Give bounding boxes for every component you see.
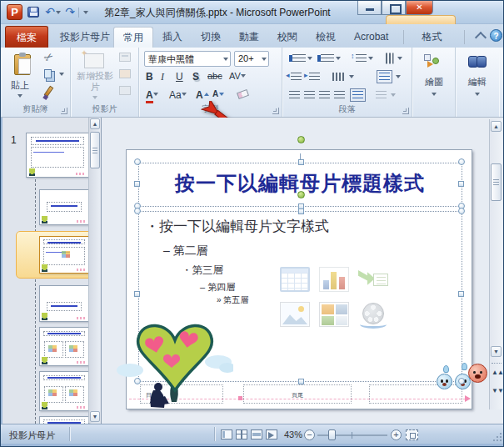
thumbnail-scrollbar-thumb[interactable] bbox=[90, 132, 100, 168]
resize-handle[interactable] bbox=[298, 159, 304, 165]
insert-clipart-icon[interactable] bbox=[319, 302, 349, 327]
thumbnail-scrollbar[interactable]: ▲ ▼ bbox=[88, 118, 100, 423]
insert-chart-icon[interactable] bbox=[319, 267, 349, 292]
zoom-out-icon[interactable]: − bbox=[304, 429, 315, 440]
footer-placeholder[interactable]: 頁尾 bbox=[243, 384, 352, 404]
align-left-icon[interactable] bbox=[289, 91, 300, 99]
insert-smartart-icon[interactable] bbox=[358, 267, 388, 292]
scroll-up-icon[interactable]: ▲ bbox=[90, 118, 100, 129]
normal-view-icon[interactable] bbox=[221, 429, 232, 439]
resize-handle[interactable] bbox=[458, 291, 464, 297]
editor-scrollbar[interactable]: ▲ ▼ ▲▲ ▼▼ bbox=[489, 119, 502, 409]
font-name-combo[interactable]: 華康中黑體 bbox=[144, 51, 231, 67]
numbering-icon[interactable] bbox=[321, 54, 334, 63]
tab-format[interactable]: 格式 bbox=[408, 27, 456, 48]
slide-canvas[interactable]: 按一下以編輯母片標題樣式 ・按一下以編輯母片文字樣式 – 第二層 ・第三層 – … bbox=[126, 149, 472, 409]
columns-icon[interactable] bbox=[332, 73, 345, 81]
align-right-icon[interactable] bbox=[319, 91, 330, 99]
resize-handle[interactable] bbox=[458, 158, 465, 165]
qat-options-icon[interactable] bbox=[83, 11, 88, 17]
outline-level-4[interactable]: – 第四層 bbox=[200, 281, 235, 294]
close-button[interactable]: ✕ bbox=[406, 1, 433, 15]
strikethrough-button[interactable]: abc bbox=[207, 71, 222, 81]
text-shadow-button[interactable]: S bbox=[192, 71, 199, 83]
resize-handle[interactable] bbox=[134, 158, 141, 165]
slideshow-view-icon[interactable] bbox=[266, 429, 277, 439]
line-spacing-icon[interactable] bbox=[356, 54, 367, 63]
zoom-slider-thumb[interactable] bbox=[328, 429, 336, 440]
tab-acrobat[interactable]: Acrobat bbox=[345, 27, 397, 48]
font-size-combo[interactable]: 20+ bbox=[234, 51, 269, 67]
minimize-button[interactable] bbox=[357, 1, 382, 15]
resize-handle[interactable] bbox=[134, 208, 141, 214]
thumbnail-layout-comparison[interactable] bbox=[39, 371, 89, 411]
layout-icon[interactable] bbox=[119, 53, 131, 62]
insert-table-icon[interactable] bbox=[280, 267, 310, 292]
insert-picture-icon[interactable] bbox=[280, 302, 310, 327]
paste-button[interactable]: 貼上 bbox=[4, 49, 36, 103]
reset-icon[interactable] bbox=[119, 69, 131, 78]
resize-handle[interactable] bbox=[134, 378, 141, 384]
thumbnail-master[interactable] bbox=[26, 133, 89, 178]
tab-transitions[interactable]: 切換 bbox=[192, 27, 230, 48]
copy-button[interactable] bbox=[44, 69, 52, 78]
align-text-icon[interactable] bbox=[379, 73, 390, 81]
undo-dropdown-icon[interactable] bbox=[56, 11, 61, 17]
previous-slide-button[interactable]: ▲▲ bbox=[492, 369, 502, 375]
paragraph-dialog-launcher[interactable] bbox=[402, 108, 409, 114]
powerpoint-app-icon[interactable]: P bbox=[7, 4, 22, 20]
shrink-font-button[interactable]: A bbox=[212, 89, 218, 98]
thumbnail-layout-section[interactable] bbox=[39, 285, 89, 322]
outline-level-3[interactable]: ・第三層 bbox=[182, 264, 223, 278]
fit-to-window-icon[interactable] bbox=[406, 429, 418, 440]
help-icon[interactable]: ? bbox=[490, 29, 502, 42]
thumbnail-layout-content-selected[interactable] bbox=[39, 236, 89, 274]
change-case-button[interactable]: Aa bbox=[169, 89, 187, 101]
rotation-handle[interactable] bbox=[297, 136, 305, 143]
outline-level-2[interactable]: – 第二層 bbox=[163, 244, 208, 259]
justify-icon[interactable] bbox=[334, 91, 345, 99]
scroll-up-icon[interactable]: ▲ bbox=[491, 121, 502, 132]
drawing-button[interactable]: 繪圖 bbox=[417, 51, 451, 103]
clear-formatting-button[interactable] bbox=[237, 91, 248, 98]
resize-handle[interactable] bbox=[458, 378, 465, 384]
resize-handle[interactable] bbox=[298, 208, 304, 214]
decrease-indent-icon[interactable] bbox=[291, 73, 302, 81]
new-slide-button[interactable]: 新增投影片 bbox=[76, 49, 114, 103]
rotation-handle[interactable] bbox=[297, 191, 305, 198]
grow-font-button[interactable]: A bbox=[196, 89, 203, 101]
tab-animations[interactable]: 動畫 bbox=[230, 27, 268, 48]
character-spacing-button[interactable]: AV bbox=[229, 71, 246, 81]
section-icon[interactable] bbox=[119, 86, 131, 95]
maximize-button[interactable] bbox=[382, 1, 406, 15]
italic-button[interactable]: I bbox=[161, 71, 164, 83]
tab-file[interactable]: 檔案 bbox=[5, 26, 48, 48]
title-bar[interactable]: P ↶ ↷ 第2章_家人與同儕關係.pptx - Microsoft Power… bbox=[1, 1, 504, 24]
resize-handle[interactable] bbox=[134, 181, 140, 187]
reading-view-icon[interactable] bbox=[251, 429, 262, 439]
text-direction-icon[interactable] bbox=[386, 53, 394, 64]
increase-indent-icon[interactable] bbox=[309, 73, 320, 81]
tab-review[interactable]: 校閱 bbox=[268, 27, 307, 48]
editing-button[interactable]: 編輯 bbox=[461, 51, 494, 103]
save-icon[interactable] bbox=[27, 7, 39, 18]
next-slide-button[interactable]: ▼▼ bbox=[492, 388, 502, 394]
collapse-ribbon-icon[interactable] bbox=[474, 32, 487, 42]
underline-button[interactable]: U bbox=[176, 71, 183, 83]
insert-media-icon[interactable] bbox=[358, 302, 388, 327]
bullets-icon[interactable] bbox=[292, 54, 306, 63]
tab-insert[interactable]: 插入 bbox=[153, 27, 192, 48]
resize-handle[interactable] bbox=[298, 379, 304, 384]
redo-icon[interactable]: ↷ bbox=[62, 5, 77, 20]
outline-level-5[interactable]: » 第五層 bbox=[217, 294, 248, 306]
resize-grip[interactable] bbox=[492, 432, 502, 442]
slide-sorter-view-icon[interactable] bbox=[236, 429, 247, 439]
align-center-icon[interactable] bbox=[304, 91, 315, 99]
tab-view[interactable]: 檢視 bbox=[307, 27, 345, 48]
scroll-down-icon[interactable]: ▼ bbox=[90, 411, 100, 422]
format-painter-button[interactable] bbox=[47, 86, 51, 97]
clipboard-dialog-launcher[interactable] bbox=[61, 108, 67, 114]
distributed-icon[interactable] bbox=[352, 91, 363, 99]
resize-handle[interactable] bbox=[134, 291, 140, 297]
tab-home[interactable]: 常用 bbox=[113, 27, 153, 48]
